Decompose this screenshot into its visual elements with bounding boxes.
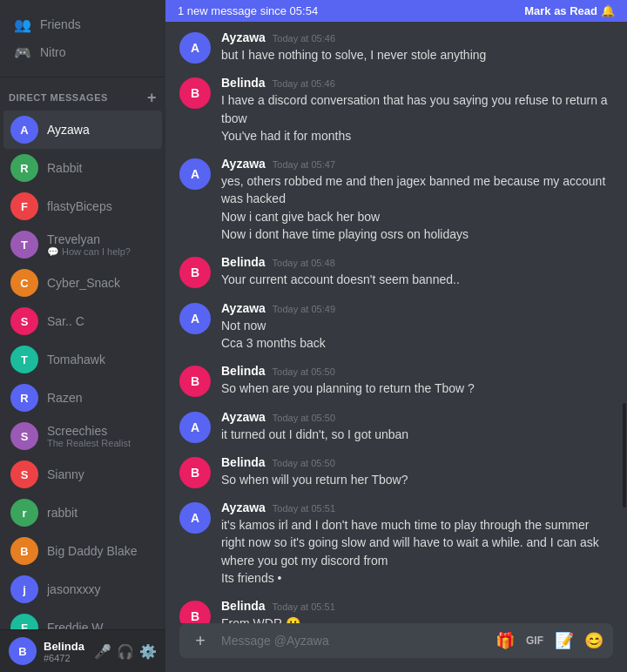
dm-item-cyber_snack[interactable]: CCyber_Snack	[3, 264, 162, 302]
dm-item-name: flastyBiceps	[47, 199, 155, 213]
message-timestamp: Today at 05:49	[273, 304, 335, 314]
settings-icon[interactable]: ⚙️	[139, 642, 157, 660]
dm-item-status: The Realest Realist	[47, 438, 155, 448]
microphone-icon[interactable]: 🎤	[94, 642, 111, 660]
avatar: F	[10, 614, 38, 629]
message-content: AyzawaToday at 05:46but I have nothing t…	[221, 30, 613, 64]
emoji-icon[interactable]: 😊	[582, 628, 606, 653]
dm-item-info: Freddie W	[47, 621, 155, 629]
message-content: AyzawaToday at 05:47yes, others robbed m…	[221, 157, 613, 243]
message-group: BBelindaToday at 05:50So when are you pl…	[179, 364, 613, 397]
message-timestamp: Today at 05:46	[273, 33, 335, 44]
message-group: BBelindaToday at 05:46I have a discord c…	[179, 76, 613, 144]
dm-item-name: Trevelyan	[47, 232, 155, 246]
current-user-avatar: B	[9, 637, 37, 665]
dm-item-info: ScreechiesThe Realest Realist	[47, 424, 155, 448]
message-group: AAyzawaToday at 05:47yes, others robbed …	[179, 157, 613, 243]
dm-item-name: Big Daddy Blake	[47, 544, 155, 558]
message-author: Ayzawa	[221, 410, 266, 424]
nitro-label: Nitro	[40, 45, 66, 59]
message-text: Not nowCca 3 months back	[221, 317, 613, 353]
dm-item-name: Razen	[47, 391, 155, 405]
dm-item-info: Sar.. C	[47, 314, 155, 328]
avatar: T	[10, 231, 38, 259]
sidebar-item-friends[interactable]: 👥 Friends	[7, 10, 158, 38]
dm-item-ayzawa[interactable]: AAyzawa	[3, 111, 162, 149]
dm-item-info: Ayzawa	[47, 123, 155, 137]
dm-item-name: Cyber_Snack	[47, 276, 155, 290]
dm-item-info: Sianny	[47, 467, 155, 481]
dm-item-name: Tomahawk	[47, 353, 155, 366]
message-group: BBelindaToday at 05:48Your current accou…	[179, 255, 613, 288]
message-timestamp: Today at 05:50	[273, 458, 335, 468]
nitro-icon: 🎮	[14, 44, 31, 61]
dm-item-info: Trevelyan💬 How can I help?	[47, 232, 155, 258]
avatar: j	[10, 575, 38, 603]
chat-area: AAyzawaToday at 05:46but I have nothing …	[165, 22, 627, 623]
message-content: BelindaToday at 05:48Your current accoun…	[221, 255, 613, 288]
message-header: AyzawaToday at 05:47	[221, 157, 613, 171]
dm-item-sianny[interactable]: SSianny	[3, 455, 162, 494]
dm-item-info: Tomahawk	[47, 353, 155, 366]
avatar: S	[10, 307, 38, 335]
dm-item-freddie-w[interactable]: FFreddie W	[3, 608, 162, 629]
message-author: Ayzawa	[221, 157, 266, 171]
dm-item-name: Ayzawa	[47, 123, 155, 137]
message-timestamp: Today at 05:46	[273, 78, 335, 89]
message-author: Belinda	[221, 599, 266, 613]
message-author: Belinda	[221, 455, 266, 469]
dm-item-rabbit[interactable]: RRabbit	[3, 149, 162, 187]
avatar: R	[10, 384, 38, 412]
attach-button[interactable]: +	[186, 627, 214, 655]
current-user-info: Belinda #6472	[44, 640, 87, 663]
dm-item-status: 💬 How can I help?	[47, 246, 155, 258]
message-avatar: B	[179, 77, 211, 109]
message-avatar: B	[179, 366, 211, 397]
sticker-icon[interactable]: 📝	[552, 628, 576, 653]
message-group: BBelindaToday at 05:50So when will you r…	[179, 455, 613, 488]
message-author: Belinda	[221, 255, 266, 269]
message-avatar: B	[179, 257, 211, 288]
headphone-icon[interactable]: 🎧	[117, 642, 134, 660]
message-timestamp: Today at 05:51	[273, 601, 335, 612]
dm-item-info: rabbit	[47, 506, 155, 520]
message-header: AyzawaToday at 05:51	[221, 501, 613, 514]
mark-as-read-button[interactable]: Mark as Read 🔔	[524, 4, 615, 17]
dm-item-jasonxxxy[interactable]: jjasonxxxy	[3, 570, 162, 608]
gift-icon[interactable]: 🎁	[493, 628, 517, 653]
gif-icon[interactable]: GIF	[522, 628, 547, 653]
dm-item-info: Big Daddy Blake	[47, 544, 155, 558]
message-input[interactable]	[218, 628, 489, 653]
sidebar-item-nitro[interactable]: 🎮 Nitro	[7, 38, 158, 66]
dm-item-name: Sianny	[47, 467, 155, 481]
message-timestamp: Today at 05:48	[273, 258, 335, 268]
message-text: So when will you return her Tbow?	[221, 471, 613, 488]
message-text: but I have nothing to solve, I never sto…	[221, 46, 613, 64]
message-timestamp: Today at 05:51	[273, 503, 335, 514]
dm-item-screechies[interactable]: SScreechiesThe Realest Realist	[3, 417, 162, 455]
dm-item-rabbit[interactable]: rrabbit	[3, 494, 162, 532]
input-icons: 🎁 GIF 📝 😊	[493, 628, 606, 653]
dm-item-big-daddy-blake[interactable]: BBig Daddy Blake	[3, 532, 162, 570]
scrollbar-thumb	[623, 403, 626, 507]
add-dm-button[interactable]: +	[147, 90, 157, 105]
avatar: A	[10, 116, 38, 144]
dm-item-flastybiceps[interactable]: FflastyBiceps	[3, 187, 162, 225]
message-header: BelindaToday at 05:51	[221, 599, 613, 613]
dm-item-sar..-c[interactable]: SSar.. C	[3, 302, 162, 340]
message-author: Ayzawa	[221, 301, 266, 315]
dm-item-razen[interactable]: RRazen	[3, 379, 162, 417]
avatar: B	[10, 537, 38, 565]
dm-item-trevelyan[interactable]: TTrevelyan💬 How can I help?	[3, 225, 162, 264]
message-avatar: A	[179, 158, 211, 190]
message-author: Belinda	[221, 76, 266, 90]
message-avatar: B	[179, 601, 211, 623]
message-content: AyzawaToday at 05:51it's kamos irl and I…	[221, 501, 613, 587]
sidebar: 👥 Friends 🎮 Nitro Direct Messages + AAyz…	[0, 0, 165, 672]
dm-item-tomahawk[interactable]: TTomahawk	[3, 340, 162, 379]
current-user-name: Belinda	[44, 640, 87, 653]
message-author: Ayzawa	[221, 30, 266, 44]
message-header: BelindaToday at 05:50	[221, 364, 613, 378]
message-group: AAyzawaToday at 05:49Not nowCca 3 months…	[179, 301, 613, 353]
dm-item-name: Rabbit	[47, 161, 155, 175]
